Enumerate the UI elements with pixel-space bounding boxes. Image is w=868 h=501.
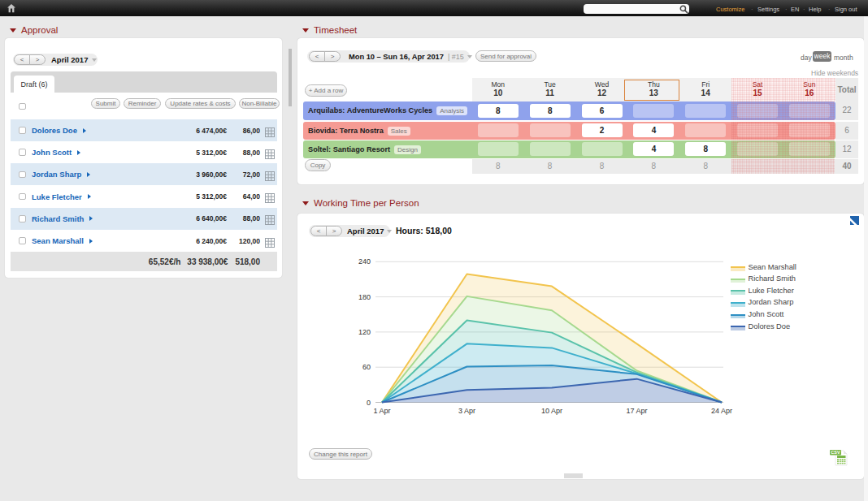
svg-text:24 Apr: 24 Apr [711,407,732,415]
svg-text:CSV: CSV [831,450,840,455]
svg-text:180: 180 [358,293,371,301]
svg-text:120: 120 [358,328,371,336]
svg-text:1 Apr: 1 Apr [373,407,390,415]
svg-text:3 Apr: 3 Apr [458,407,475,415]
svg-text:60: 60 [362,363,371,371]
svg-text:10 Apr: 10 Apr [541,407,562,415]
svg-text:0: 0 [367,399,371,407]
svg-text:240: 240 [358,257,371,266]
svg-text:17 Apr: 17 Apr [626,407,647,415]
